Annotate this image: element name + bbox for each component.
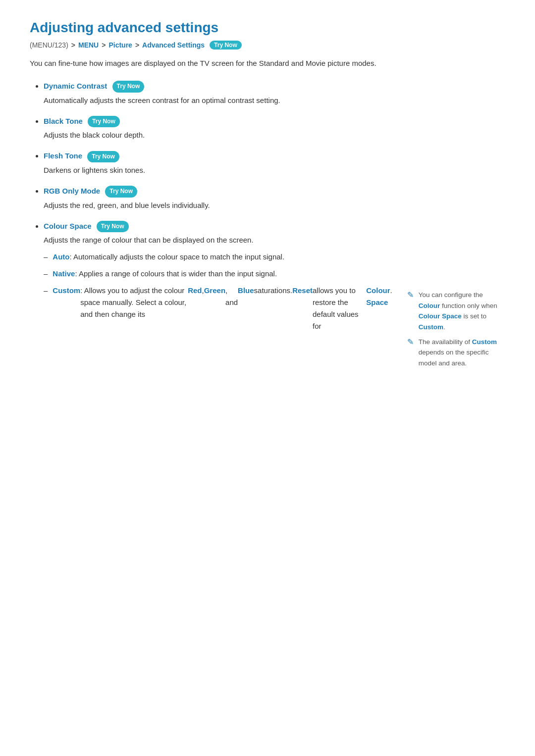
sub-item-auto-text: : Automatically adjusts the colour space… xyxy=(70,251,285,263)
note-1-colour: Colour xyxy=(419,302,440,309)
sub-item-custom: Custom: Allows you to adjust the colour … xyxy=(44,285,505,372)
breadcrumb-picture[interactable]: Picture xyxy=(108,41,132,49)
sub-item-custom-after-reset: allows you to restore the default values… xyxy=(313,285,366,332)
breadcrumb-sep3: > xyxy=(135,41,139,49)
sub-item-custom-green: Green xyxy=(204,285,225,297)
dynamic-contrast-title: Dynamic Contrast xyxy=(44,82,107,90)
pencil-icon-1: ✎ xyxy=(407,290,414,301)
colour-space-try-now[interactable]: Try Now xyxy=(97,221,129,232)
sub-item-custom-and: , and xyxy=(225,285,238,308)
sub-item-auto-label: Auto xyxy=(53,251,69,263)
colour-space-title: Colour Space xyxy=(44,222,92,230)
flesh-tone-title: Flesh Tone xyxy=(44,151,82,160)
notes-list: ✎ You can configure the Colour function … xyxy=(392,290,505,372)
note-2-text: The availability of Custom depends on th… xyxy=(419,337,505,369)
flesh-tone-desc: Darkens or lightens skin tones. xyxy=(44,164,505,176)
rgb-only-mode-try-now[interactable]: Try Now xyxy=(105,186,137,197)
breadcrumb-sep1: > xyxy=(71,41,75,49)
note-1-text: You can configure the Colour function on… xyxy=(419,290,505,332)
sub-item-native-label: Native xyxy=(53,268,75,280)
dynamic-contrast-desc: Automatically adjusts the screen contras… xyxy=(44,95,505,106)
note-item-2: ✎ The availability of Custom depends on … xyxy=(407,337,505,369)
intro-text: You can fine-tune how images are display… xyxy=(30,57,505,69)
black-tone-title: Black Tone xyxy=(44,117,83,125)
list-item-black-tone: Black Tone Try Now Adjusts the black col… xyxy=(44,115,505,142)
colour-space-desc: Adjusts the range of colour that can be … xyxy=(44,234,505,246)
breadcrumb-advanced[interactable]: Advanced Settings xyxy=(142,41,205,49)
black-tone-desc: Adjusts the black colour depth. xyxy=(44,129,505,141)
black-tone-try-now[interactable]: Try Now xyxy=(88,116,120,127)
list-item-flesh-tone: Flesh Tone Try Now Darkens or lightens s… xyxy=(44,150,505,176)
sub-item-custom-reset: Reset xyxy=(292,285,313,297)
sub-item-auto: Auto: Automatically adjusts the colour s… xyxy=(44,251,505,263)
sub-item-custom-saturations: saturations. xyxy=(254,285,293,297)
page-title: Adjusting advanced settings xyxy=(30,20,505,36)
rgb-only-mode-desc: Adjusts the red, green, and blue levels … xyxy=(44,200,505,211)
breadcrumb-try-now-badge[interactable]: Try Now xyxy=(210,41,242,50)
sub-item-custom-label: Custom xyxy=(53,285,80,297)
breadcrumb-menu[interactable]: MENU xyxy=(78,41,99,49)
note-1-custom: Custom xyxy=(419,323,443,331)
list-item-colour-space: Colour Space Try Now Adjusts the range o… xyxy=(44,220,505,373)
breadcrumb: (MENU/123) > MENU > Picture > Advanced S… xyxy=(30,41,505,50)
sub-item-custom-red: Red xyxy=(188,285,202,297)
sub-item-custom-text: : Allows you to adjust the colour space … xyxy=(80,285,188,320)
dynamic-contrast-try-now[interactable]: Try Now xyxy=(112,81,145,92)
main-list: Dynamic Contrast Try Now Automatically a… xyxy=(30,80,505,372)
breadcrumb-sep2: > xyxy=(102,41,106,49)
sub-item-native-text: : Applies a range of colours that is wid… xyxy=(75,268,277,280)
sub-item-custom-blue: Blue xyxy=(238,285,254,297)
list-item-rgb-only-mode: RGB Only Mode Try Now Adjusts the red, g… xyxy=(44,185,505,211)
flesh-tone-try-now[interactable]: Try Now xyxy=(87,151,119,162)
note-item-1: ✎ You can configure the Colour function … xyxy=(407,290,505,332)
sub-item-native: Native: Applies a range of colours that … xyxy=(44,268,505,280)
note-1-colour-space: Colour Space xyxy=(419,312,462,320)
colour-space-sub-list: Auto: Automatically adjusts the colour s… xyxy=(44,251,505,372)
sub-item-custom-colour-space: Colour Space xyxy=(366,285,390,308)
pencil-icon-2: ✎ xyxy=(407,337,414,348)
breadcrumb-menu123: (MENU/123) xyxy=(30,41,68,49)
note-2-custom: Custom xyxy=(472,338,497,346)
rgb-only-mode-title: RGB Only Mode xyxy=(44,187,100,195)
list-item-dynamic-contrast: Dynamic Contrast Try Now Automatically a… xyxy=(44,80,505,106)
